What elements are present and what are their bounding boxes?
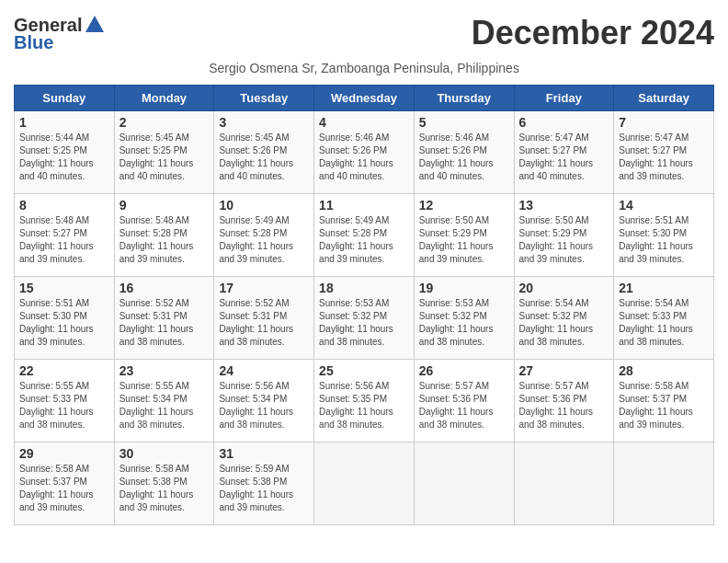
calendar-cell: 10Sunrise: 5:49 AMSunset: 5:28 PMDayligh… — [214, 194, 314, 277]
day-info: Sunrise: 5:49 AMSunset: 5:28 PMDaylight:… — [319, 214, 409, 266]
calendar-cell: 6Sunrise: 5:47 AMSunset: 5:27 PMDaylight… — [514, 111, 614, 194]
calendar-cell — [514, 442, 614, 525]
weekday-header-sunday: Sunday — [15, 86, 115, 111]
day-number: 6 — [519, 115, 609, 130]
day-number: 20 — [519, 281, 609, 295]
weekday-header-monday: Monday — [114, 86, 214, 111]
day-info: Sunrise: 5:44 AMSunset: 5:25 PMDaylight:… — [19, 132, 109, 183]
calendar-cell: 9Sunrise: 5:48 AMSunset: 5:28 PMDaylight… — [114, 194, 214, 277]
calendar-cell: 7Sunrise: 5:47 AMSunset: 5:27 PMDaylight… — [614, 111, 714, 194]
calendar-cell: 4Sunrise: 5:46 AMSunset: 5:26 PMDaylight… — [314, 111, 415, 194]
day-info: Sunrise: 5:56 AMSunset: 5:35 PMDaylight:… — [319, 380, 409, 431]
calendar-cell: 13Sunrise: 5:50 AMSunset: 5:29 PMDayligh… — [514, 194, 614, 277]
calendar-week-row: 15Sunrise: 5:51 AMSunset: 5:30 PMDayligh… — [15, 277, 714, 360]
calendar-cell: 1Sunrise: 5:44 AMSunset: 5:25 PMDaylight… — [15, 111, 115, 194]
calendar-cell: 31Sunrise: 5:59 AMSunset: 5:38 PMDayligh… — [214, 442, 314, 525]
logo: General Blue — [14, 14, 106, 53]
weekday-header-wednesday: Wednesday — [314, 86, 415, 111]
day-number: 26 — [419, 363, 509, 378]
day-info: Sunrise: 5:55 AMSunset: 5:33 PMDaylight:… — [19, 380, 109, 431]
day-info: Sunrise: 5:57 AMSunset: 5:36 PMDaylight:… — [419, 380, 509, 431]
day-number: 11 — [319, 198, 409, 213]
calendar-cell: 15Sunrise: 5:51 AMSunset: 5:30 PMDayligh… — [15, 277, 115, 360]
calendar-cell: 17Sunrise: 5:52 AMSunset: 5:31 PMDayligh… — [214, 277, 314, 360]
calendar-cell: 19Sunrise: 5:53 AMSunset: 5:32 PMDayligh… — [414, 277, 514, 360]
calendar-cell: 18Sunrise: 5:53 AMSunset: 5:32 PMDayligh… — [314, 277, 415, 360]
day-info: Sunrise: 5:54 AMSunset: 5:33 PMDaylight:… — [619, 297, 709, 349]
day-info: Sunrise: 5:57 AMSunset: 5:36 PMDaylight:… — [519, 380, 609, 431]
month-title: December 2024 — [472, 14, 714, 52]
calendar-cell — [414, 442, 514, 525]
calendar-cell: 27Sunrise: 5:57 AMSunset: 5:36 PMDayligh… — [514, 360, 614, 442]
calendar-week-row: 29Sunrise: 5:58 AMSunset: 5:37 PMDayligh… — [15, 442, 714, 525]
title-area: December 2024 — [472, 14, 714, 52]
calendar-cell: 29Sunrise: 5:58 AMSunset: 5:37 PMDayligh… — [15, 442, 115, 525]
day-info: Sunrise: 5:51 AMSunset: 5:30 PMDaylight:… — [19, 297, 109, 349]
day-info: Sunrise: 5:58 AMSunset: 5:37 PMDaylight:… — [19, 463, 109, 514]
day-info: Sunrise: 5:46 AMSunset: 5:26 PMDaylight:… — [319, 132, 409, 183]
day-number: 13 — [519, 198, 609, 213]
day-number: 2 — [119, 115, 210, 130]
day-number: 30 — [119, 446, 210, 461]
day-info: Sunrise: 5:52 AMSunset: 5:31 PMDaylight:… — [219, 297, 309, 349]
logo-icon — [84, 14, 106, 36]
day-number: 16 — [119, 281, 210, 295]
logo-blue: Blue — [14, 32, 53, 53]
day-number: 9 — [119, 198, 210, 213]
weekday-header-tuesday: Tuesday — [214, 86, 314, 111]
calendar-cell: 24Sunrise: 5:56 AMSunset: 5:34 PMDayligh… — [214, 360, 314, 442]
calendar-week-row: 22Sunrise: 5:55 AMSunset: 5:33 PMDayligh… — [15, 360, 714, 442]
day-number: 17 — [219, 281, 309, 295]
day-number: 12 — [419, 198, 509, 213]
day-info: Sunrise: 5:48 AMSunset: 5:27 PMDaylight:… — [19, 214, 109, 266]
calendar-cell: 20Sunrise: 5:54 AMSunset: 5:32 PMDayligh… — [514, 277, 614, 360]
calendar-cell: 11Sunrise: 5:49 AMSunset: 5:28 PMDayligh… — [314, 194, 415, 277]
day-info: Sunrise: 5:53 AMSunset: 5:32 PMDaylight:… — [419, 297, 509, 349]
calendar-body: 1Sunrise: 5:44 AMSunset: 5:25 PMDaylight… — [15, 111, 714, 525]
day-number: 25 — [319, 363, 409, 378]
day-info: Sunrise: 5:52 AMSunset: 5:31 PMDaylight:… — [119, 297, 210, 349]
day-number: 18 — [319, 281, 409, 295]
day-number: 14 — [619, 198, 709, 213]
day-number: 28 — [619, 363, 709, 378]
day-info: Sunrise: 5:47 AMSunset: 5:27 PMDaylight:… — [519, 132, 609, 183]
calendar-cell: 16Sunrise: 5:52 AMSunset: 5:31 PMDayligh… — [114, 277, 214, 360]
calendar-cell: 30Sunrise: 5:58 AMSunset: 5:38 PMDayligh… — [114, 442, 214, 525]
day-number: 24 — [219, 363, 309, 378]
calendar-cell: 8Sunrise: 5:48 AMSunset: 5:27 PMDaylight… — [15, 194, 115, 277]
day-info: Sunrise: 5:55 AMSunset: 5:34 PMDaylight:… — [119, 380, 210, 431]
day-info: Sunrise: 5:59 AMSunset: 5:38 PMDaylight:… — [219, 463, 309, 514]
calendar-cell: 23Sunrise: 5:55 AMSunset: 5:34 PMDayligh… — [114, 360, 214, 442]
day-info: Sunrise: 5:53 AMSunset: 5:32 PMDaylight:… — [319, 297, 409, 349]
day-info: Sunrise: 5:56 AMSunset: 5:34 PMDaylight:… — [219, 380, 309, 431]
day-info: Sunrise: 5:47 AMSunset: 5:27 PMDaylight:… — [619, 132, 709, 183]
day-info: Sunrise: 5:58 AMSunset: 5:37 PMDaylight:… — [619, 380, 709, 431]
calendar-cell — [314, 442, 415, 525]
day-number: 31 — [219, 446, 309, 461]
calendar-header-row: SundayMondayTuesdayWednesdayThursdayFrid… — [15, 86, 714, 111]
calendar-cell: 25Sunrise: 5:56 AMSunset: 5:35 PMDayligh… — [314, 360, 415, 442]
day-number: 7 — [619, 115, 709, 130]
calendar-cell: 2Sunrise: 5:45 AMSunset: 5:25 PMDaylight… — [114, 111, 214, 194]
subtitle: Sergio Osmena Sr, Zamboanga Peninsula, P… — [14, 61, 714, 75]
day-info: Sunrise: 5:58 AMSunset: 5:38 PMDaylight:… — [119, 463, 210, 514]
day-info: Sunrise: 5:45 AMSunset: 5:26 PMDaylight:… — [219, 132, 309, 183]
calendar-cell: 5Sunrise: 5:46 AMSunset: 5:26 PMDaylight… — [414, 111, 514, 194]
weekday-header-friday: Friday — [514, 86, 614, 111]
calendar-table: SundayMondayTuesdayWednesdayThursdayFrid… — [14, 85, 714, 525]
weekday-header-saturday: Saturday — [614, 86, 714, 111]
day-number: 22 — [19, 363, 109, 378]
weekday-header-thursday: Thursday — [414, 86, 514, 111]
day-number: 23 — [119, 363, 210, 378]
day-info: Sunrise: 5:50 AMSunset: 5:29 PMDaylight:… — [419, 214, 509, 266]
day-number: 21 — [619, 281, 709, 295]
day-number: 1 — [19, 115, 109, 130]
day-number: 4 — [319, 115, 409, 130]
day-number: 15 — [19, 281, 109, 295]
day-number: 3 — [219, 115, 309, 130]
calendar-cell — [614, 442, 714, 525]
calendar-cell: 22Sunrise: 5:55 AMSunset: 5:33 PMDayligh… — [15, 360, 115, 442]
day-number: 19 — [419, 281, 509, 295]
day-number: 27 — [519, 363, 609, 378]
calendar-cell: 28Sunrise: 5:58 AMSunset: 5:37 PMDayligh… — [614, 360, 714, 442]
